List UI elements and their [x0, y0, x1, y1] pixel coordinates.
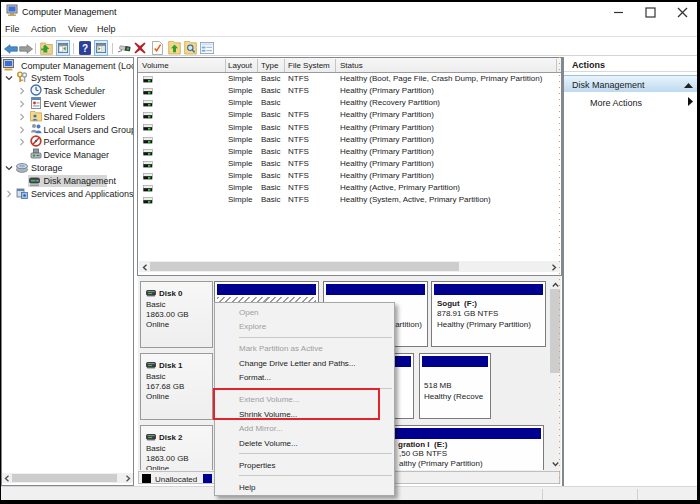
svg-text:?: ?	[82, 43, 88, 54]
